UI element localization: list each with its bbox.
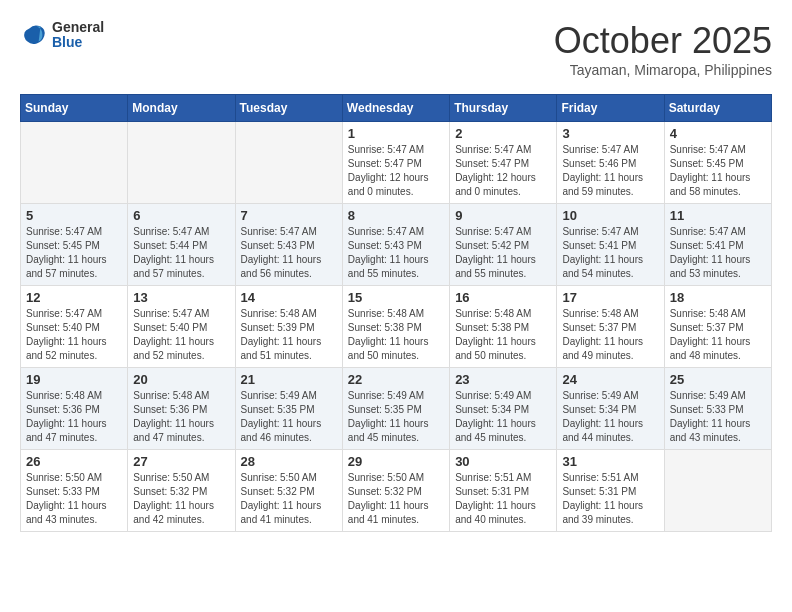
day-info: Sunrise: 5:47 AM Sunset: 5:41 PM Dayligh…: [562, 225, 658, 281]
day-info: Sunrise: 5:48 AM Sunset: 5:39 PM Dayligh…: [241, 307, 337, 363]
day-info: Sunrise: 5:49 AM Sunset: 5:35 PM Dayligh…: [348, 389, 444, 445]
day-number: 22: [348, 372, 444, 387]
day-info: Sunrise: 5:47 AM Sunset: 5:45 PM Dayligh…: [26, 225, 122, 281]
day-info: Sunrise: 5:48 AM Sunset: 5:37 PM Dayligh…: [562, 307, 658, 363]
calendar-cell: 20Sunrise: 5:48 AM Sunset: 5:36 PM Dayli…: [128, 368, 235, 450]
calendar-cell: 24Sunrise: 5:49 AM Sunset: 5:34 PM Dayli…: [557, 368, 664, 450]
calendar-cell: 10Sunrise: 5:47 AM Sunset: 5:41 PM Dayli…: [557, 204, 664, 286]
calendar-cell: 19Sunrise: 5:48 AM Sunset: 5:36 PM Dayli…: [21, 368, 128, 450]
calendar-table: SundayMondayTuesdayWednesdayThursdayFrid…: [20, 94, 772, 532]
calendar-cell: [664, 450, 771, 532]
day-number: 11: [670, 208, 766, 223]
day-of-week-header: Tuesday: [235, 95, 342, 122]
day-info: Sunrise: 5:49 AM Sunset: 5:33 PM Dayligh…: [670, 389, 766, 445]
day-info: Sunrise: 5:47 AM Sunset: 5:44 PM Dayligh…: [133, 225, 229, 281]
calendar-cell: 8Sunrise: 5:47 AM Sunset: 5:43 PM Daylig…: [342, 204, 449, 286]
day-info: Sunrise: 5:48 AM Sunset: 5:36 PM Dayligh…: [26, 389, 122, 445]
calendar-cell: 25Sunrise: 5:49 AM Sunset: 5:33 PM Dayli…: [664, 368, 771, 450]
calendar-cell: 2Sunrise: 5:47 AM Sunset: 5:47 PM Daylig…: [450, 122, 557, 204]
day-info: Sunrise: 5:49 AM Sunset: 5:35 PM Dayligh…: [241, 389, 337, 445]
calendar-cell: 5Sunrise: 5:47 AM Sunset: 5:45 PM Daylig…: [21, 204, 128, 286]
calendar-week-row: 1Sunrise: 5:47 AM Sunset: 5:47 PM Daylig…: [21, 122, 772, 204]
day-number: 23: [455, 372, 551, 387]
day-info: Sunrise: 5:47 AM Sunset: 5:40 PM Dayligh…: [26, 307, 122, 363]
day-of-week-header: Friday: [557, 95, 664, 122]
logo-blue-text: Blue: [52, 35, 104, 50]
calendar-cell: 16Sunrise: 5:48 AM Sunset: 5:38 PM Dayli…: [450, 286, 557, 368]
calendar-week-row: 26Sunrise: 5:50 AM Sunset: 5:33 PM Dayli…: [21, 450, 772, 532]
day-number: 28: [241, 454, 337, 469]
day-number: 1: [348, 126, 444, 141]
day-info: Sunrise: 5:50 AM Sunset: 5:32 PM Dayligh…: [241, 471, 337, 527]
day-number: 25: [670, 372, 766, 387]
day-info: Sunrise: 5:49 AM Sunset: 5:34 PM Dayligh…: [455, 389, 551, 445]
logo-general-text: General: [52, 20, 104, 35]
page-header: General Blue October 2025 Tayaman, Mimar…: [20, 20, 772, 78]
day-number: 31: [562, 454, 658, 469]
day-info: Sunrise: 5:50 AM Sunset: 5:33 PM Dayligh…: [26, 471, 122, 527]
day-number: 8: [348, 208, 444, 223]
calendar-cell: 11Sunrise: 5:47 AM Sunset: 5:41 PM Dayli…: [664, 204, 771, 286]
calendar-cell: [235, 122, 342, 204]
day-info: Sunrise: 5:50 AM Sunset: 5:32 PM Dayligh…: [348, 471, 444, 527]
day-number: 18: [670, 290, 766, 305]
calendar-cell: 1Sunrise: 5:47 AM Sunset: 5:47 PM Daylig…: [342, 122, 449, 204]
day-number: 10: [562, 208, 658, 223]
day-number: 21: [241, 372, 337, 387]
day-info: Sunrise: 5:48 AM Sunset: 5:37 PM Dayligh…: [670, 307, 766, 363]
day-number: 2: [455, 126, 551, 141]
calendar-cell: 6Sunrise: 5:47 AM Sunset: 5:44 PM Daylig…: [128, 204, 235, 286]
calendar-cell: 15Sunrise: 5:48 AM Sunset: 5:38 PM Dayli…: [342, 286, 449, 368]
day-number: 6: [133, 208, 229, 223]
day-info: Sunrise: 5:47 AM Sunset: 5:43 PM Dayligh…: [241, 225, 337, 281]
day-of-week-header: Sunday: [21, 95, 128, 122]
day-number: 24: [562, 372, 658, 387]
day-number: 29: [348, 454, 444, 469]
day-number: 16: [455, 290, 551, 305]
calendar-cell: 18Sunrise: 5:48 AM Sunset: 5:37 PM Dayli…: [664, 286, 771, 368]
day-info: Sunrise: 5:47 AM Sunset: 5:47 PM Dayligh…: [455, 143, 551, 199]
calendar-cell: 17Sunrise: 5:48 AM Sunset: 5:37 PM Dayli…: [557, 286, 664, 368]
day-number: 4: [670, 126, 766, 141]
calendar-cell: 29Sunrise: 5:50 AM Sunset: 5:32 PM Dayli…: [342, 450, 449, 532]
day-number: 3: [562, 126, 658, 141]
logo-icon: [20, 21, 48, 49]
day-info: Sunrise: 5:48 AM Sunset: 5:38 PM Dayligh…: [455, 307, 551, 363]
month-title: October 2025: [554, 20, 772, 62]
day-of-week-header: Wednesday: [342, 95, 449, 122]
title-block: October 2025 Tayaman, Mimaropa, Philippi…: [554, 20, 772, 78]
calendar-cell: 23Sunrise: 5:49 AM Sunset: 5:34 PM Dayli…: [450, 368, 557, 450]
logo: General Blue: [20, 20, 104, 51]
calendar-cell: 3Sunrise: 5:47 AM Sunset: 5:46 PM Daylig…: [557, 122, 664, 204]
day-of-week-header: Monday: [128, 95, 235, 122]
day-number: 30: [455, 454, 551, 469]
calendar-cell: 4Sunrise: 5:47 AM Sunset: 5:45 PM Daylig…: [664, 122, 771, 204]
day-info: Sunrise: 5:47 AM Sunset: 5:45 PM Dayligh…: [670, 143, 766, 199]
day-number: 26: [26, 454, 122, 469]
calendar-cell: 9Sunrise: 5:47 AM Sunset: 5:42 PM Daylig…: [450, 204, 557, 286]
calendar-cell: 30Sunrise: 5:51 AM Sunset: 5:31 PM Dayli…: [450, 450, 557, 532]
calendar-cell: 12Sunrise: 5:47 AM Sunset: 5:40 PM Dayli…: [21, 286, 128, 368]
day-of-week-header: Saturday: [664, 95, 771, 122]
day-number: 13: [133, 290, 229, 305]
day-number: 9: [455, 208, 551, 223]
calendar-cell: 28Sunrise: 5:50 AM Sunset: 5:32 PM Dayli…: [235, 450, 342, 532]
calendar-week-row: 12Sunrise: 5:47 AM Sunset: 5:40 PM Dayli…: [21, 286, 772, 368]
day-number: 12: [26, 290, 122, 305]
day-info: Sunrise: 5:49 AM Sunset: 5:34 PM Dayligh…: [562, 389, 658, 445]
calendar-cell: 7Sunrise: 5:47 AM Sunset: 5:43 PM Daylig…: [235, 204, 342, 286]
day-info: Sunrise: 5:48 AM Sunset: 5:36 PM Dayligh…: [133, 389, 229, 445]
calendar-cell: [128, 122, 235, 204]
day-number: 5: [26, 208, 122, 223]
logo-text: General Blue: [52, 20, 104, 51]
calendar-cell: 31Sunrise: 5:51 AM Sunset: 5:31 PM Dayli…: [557, 450, 664, 532]
day-info: Sunrise: 5:47 AM Sunset: 5:47 PM Dayligh…: [348, 143, 444, 199]
day-info: Sunrise: 5:48 AM Sunset: 5:38 PM Dayligh…: [348, 307, 444, 363]
day-number: 14: [241, 290, 337, 305]
calendar-week-row: 5Sunrise: 5:47 AM Sunset: 5:45 PM Daylig…: [21, 204, 772, 286]
day-number: 17: [562, 290, 658, 305]
day-of-week-header: Thursday: [450, 95, 557, 122]
location-subtitle: Tayaman, Mimaropa, Philippines: [554, 62, 772, 78]
day-number: 20: [133, 372, 229, 387]
calendar-cell: 26Sunrise: 5:50 AM Sunset: 5:33 PM Dayli…: [21, 450, 128, 532]
